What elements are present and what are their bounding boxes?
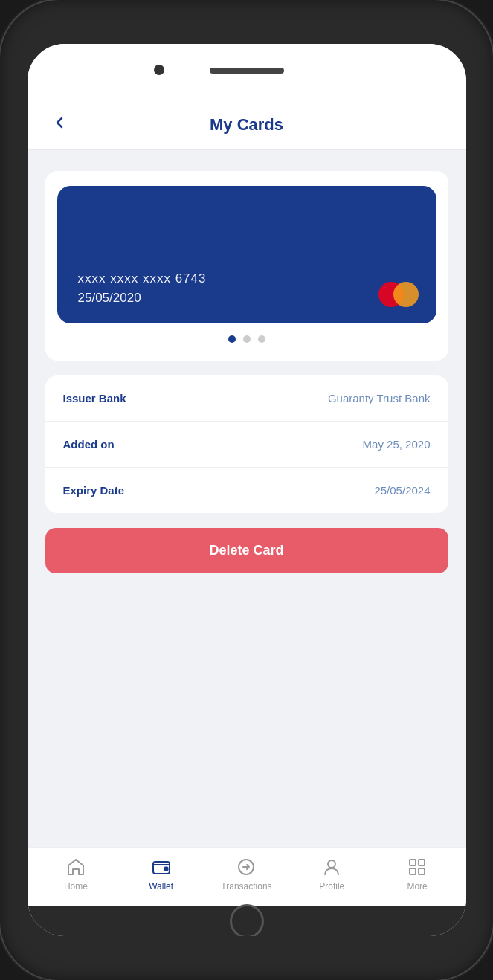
home-indicator bbox=[28, 906, 466, 936]
card-carousel: xxxx xxxx xxxx 6743 25/05/2020 bbox=[45, 171, 448, 361]
mc-yellow-circle bbox=[393, 282, 419, 307]
home-button-circle[interactable] bbox=[230, 904, 264, 936]
profile-icon bbox=[321, 857, 342, 877]
page-header: My Cards bbox=[28, 103, 466, 150]
expiry-date-label: Expiry Date bbox=[63, 484, 125, 497]
issuer-bank-label: Issuer Bank bbox=[63, 392, 126, 404]
svg-rect-7 bbox=[419, 868, 425, 874]
speaker-notch bbox=[210, 68, 284, 74]
phone-device: My Cards xxxx xxxx xxxx 6743 25/05/2020 bbox=[0, 0, 493, 980]
added-on-value: May 25, 2020 bbox=[363, 438, 431, 451]
phone-screen: My Cards xxxx xxxx xxxx 6743 25/05/2020 bbox=[28, 44, 466, 936]
svg-rect-5 bbox=[419, 860, 425, 865]
bottom-navigation: Home Wallet bbox=[28, 847, 466, 906]
dot-1[interactable] bbox=[228, 335, 236, 343]
card-expiry-date: 25/05/2020 bbox=[78, 291, 416, 306]
wallet-icon bbox=[151, 857, 172, 877]
page-title: My Cards bbox=[210, 115, 283, 135]
back-button[interactable] bbox=[48, 112, 71, 138]
svg-rect-4 bbox=[410, 860, 416, 865]
carousel-dots bbox=[57, 335, 436, 343]
nav-profile[interactable]: Profile bbox=[306, 857, 358, 892]
nav-transactions-label: Transactions bbox=[221, 881, 271, 892]
svg-rect-1 bbox=[164, 867, 168, 871]
dot-2[interactable] bbox=[243, 335, 251, 343]
phone-top-bar bbox=[28, 44, 466, 103]
svg-rect-6 bbox=[410, 868, 416, 874]
camera-notch bbox=[154, 65, 164, 75]
delete-card-button[interactable]: Delete Card bbox=[45, 528, 448, 573]
card-info-section: Issuer Bank Guaranty Trust Bank Added on… bbox=[45, 375, 448, 513]
transactions-icon bbox=[236, 857, 257, 877]
nav-profile-label: Profile bbox=[319, 881, 344, 892]
credit-card: xxxx xxxx xxxx 6743 25/05/2020 bbox=[57, 186, 436, 323]
nav-home-label: Home bbox=[64, 881, 88, 892]
more-icon bbox=[407, 857, 428, 877]
home-icon bbox=[65, 857, 86, 877]
dot-3[interactable] bbox=[258, 335, 265, 343]
main-content: xxxx xxxx xxxx 6743 25/05/2020 Issuer Ba… bbox=[28, 150, 466, 847]
expiry-date-value: 25/05/2024 bbox=[374, 484, 430, 497]
added-on-row: Added on May 25, 2020 bbox=[45, 422, 448, 468]
expiry-date-row: Expiry Date 25/05/2024 bbox=[45, 468, 448, 513]
mastercard-logo bbox=[378, 282, 419, 307]
nav-wallet[interactable]: Wallet bbox=[135, 857, 187, 892]
issuer-bank-row: Issuer Bank Guaranty Trust Bank bbox=[45, 375, 448, 422]
card-number: xxxx xxxx xxxx 6743 bbox=[78, 271, 416, 286]
svg-point-3 bbox=[328, 860, 335, 868]
nav-more-label: More bbox=[407, 881, 427, 892]
added-on-label: Added on bbox=[63, 438, 115, 451]
nav-wallet-label: Wallet bbox=[149, 881, 173, 892]
issuer-bank-value: Guaranty Trust Bank bbox=[328, 392, 431, 404]
nav-home[interactable]: Home bbox=[50, 857, 102, 892]
nav-transactions[interactable]: Transactions bbox=[220, 857, 272, 892]
nav-more[interactable]: More bbox=[391, 857, 443, 892]
